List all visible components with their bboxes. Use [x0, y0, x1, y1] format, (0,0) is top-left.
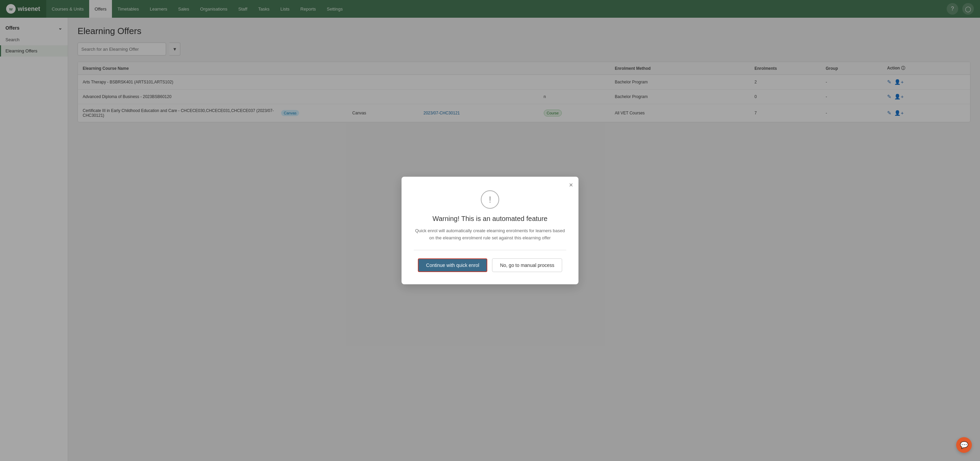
modal-overlay: × ! Warning! This is an automated featur… — [0, 0, 980, 461]
chat-fab-button[interactable]: 💬 — [956, 437, 972, 453]
modal-close-button[interactable]: × — [569, 182, 573, 188]
modal-title: Warning! This is an automated feature — [414, 215, 566, 223]
manual-process-button[interactable]: No, go to manual process — [492, 258, 562, 272]
chat-icon: 💬 — [960, 441, 969, 449]
warning-modal: × ! Warning! This is an automated featur… — [401, 177, 579, 284]
warning-icon: ! — [481, 190, 499, 209]
modal-icon-wrap: ! — [414, 190, 566, 209]
confirm-quick-enrol-button[interactable]: Continue with quick enrol — [418, 258, 487, 272]
modal-divider — [414, 250, 566, 250]
modal-actions: Continue with quick enrol No, go to manu… — [414, 258, 566, 272]
modal-description: Quick enrol will automatically create el… — [414, 227, 566, 242]
